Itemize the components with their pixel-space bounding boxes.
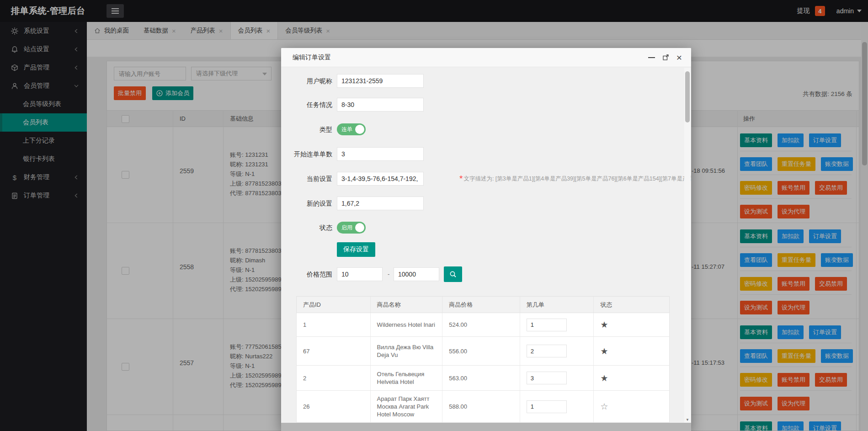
product-name: Арарат Парк Хаятт Москва Ararat Park Hot… [377,395,442,418]
product-price-cell: 556.00 [442,337,520,365]
start-count-input[interactable] [337,147,424,161]
save-settings-button[interactable]: 保存设置 [337,242,375,257]
product-row: 26Арарат Парк Хаятт Москва Ararat Park H… [296,391,670,423]
product-id-cell: 26 [297,391,371,422]
status-cell: ★ [594,366,669,390]
product-price-cell: 563.00 [442,366,520,390]
star-filled-icon[interactable]: ★ [600,321,608,329]
current-setting-label: 当前设置 [281,172,332,186]
type-toggle-label: 连单 [341,123,352,135]
order-number-cell [520,366,594,390]
type-label: 类型 [281,123,332,135]
edit-order-modal: 编辑订单设置 × 用户昵称 任务情况 类型 连单 开始连单单数 当前设置 * 文… [281,48,691,431]
product-row: 1Wilderness Hotel Inari524.00★ [296,313,670,337]
star-empty-icon[interactable]: ☆ [600,403,608,410]
modal-header: 编辑订单设置 × [281,48,691,67]
minimize-icon[interactable] [648,57,655,58]
col-product-price: 商品价格 [442,297,520,313]
product-row: 67Вилла Дежа Вю Villa Deja Vu556.00★ [296,337,670,366]
task-label: 任务情况 [281,98,332,112]
order-number-input[interactable] [527,319,567,331]
product-name: Вилла Дежа Вю Villa Deja Vu [377,343,442,359]
product-price-cell: 524.00 [442,313,520,336]
maximize-icon[interactable] [662,54,669,61]
price-max-input[interactable] [394,267,439,281]
modal-scrollbar[interactable]: ▼ [684,68,691,423]
price-min-input[interactable] [337,267,383,281]
status-label: 状态 [281,222,332,234]
price-range-label: 价格范围 [281,267,332,281]
product-price-cell: 588.00 [442,391,520,422]
product-name-cell: Арарат Парк Хаятт Москва Ararat Park Hot… [371,391,443,422]
nickname-label: 用户昵称 [281,74,332,88]
star-filled-icon[interactable]: ★ [600,347,608,355]
modal-scrollbar-thumb[interactable] [685,71,690,122]
order-number-cell [520,391,594,422]
product-name-cell: Wilderness Hotel Inari [371,313,443,336]
modal-title: 编辑订单设置 [293,48,331,67]
app-root: 排单系统-管理后台 提现 4 admin 系统设置站点设置产品管理会员管理会员等… [0,0,868,431]
product-table-header: 产品ID 商品名称 商品价格 第几单 状态 [296,296,670,313]
order-number-input[interactable] [527,372,567,384]
type-toggle[interactable]: 连单 [337,123,366,135]
product-id-cell: 2 [297,366,371,390]
product-id-cell: 67 [297,337,371,365]
product-name: Отель Гельвеция Helvetia Hotel [377,370,442,386]
nickname-input[interactable] [337,74,424,88]
product-name-cell: Отель Гельвеция Helvetia Hotel [371,366,443,390]
order-number-input[interactable] [527,400,567,413]
price-search-button[interactable] [444,266,462,282]
product-table: 产品ID 商品名称 商品价格 第几单 状态 1Wilderness Hotel … [296,296,670,423]
note-text: 文字描述为: [第3单是产品1][第4单是产品39][第5单是产品76][第6单… [463,175,691,183]
col-status: 状态 [594,297,669,313]
order-number-cell [520,313,594,336]
start-count-label: 开始连单单数 [281,147,332,161]
new-setting-label: 新的设置 [281,197,332,210]
new-setting-input[interactable] [337,197,424,210]
order-number-cell [520,337,594,365]
product-name: Wilderness Hotel Inari [377,321,440,329]
star-filled-icon[interactable]: ★ [600,374,608,382]
search-icon [449,271,457,278]
required-star: * [459,174,463,184]
status-toggle[interactable]: 启用 [337,222,366,234]
current-setting-input[interactable] [337,172,424,186]
status-cell: ☆ [594,391,669,422]
status-toggle-label: 启用 [341,222,352,234]
product-name-cell: Вилла Дежа Вю Villa Deja Vu [371,337,443,365]
col-product-name: 商品名称 [371,297,443,313]
col-product-id: 产品ID [297,297,371,313]
modal-bottom-scroll-track [281,423,691,431]
modal-controls: × [648,48,682,67]
task-input[interactable] [337,98,424,112]
status-toggle-knob [355,223,364,232]
price-range-dash: - [388,267,389,281]
col-order-number: 第几单 [520,297,594,313]
product-id-cell: 1 [297,313,371,336]
status-cell: ★ [594,337,669,365]
status-cell: ★ [594,313,669,336]
order-number-input[interactable] [527,345,567,357]
type-toggle-knob [355,125,364,134]
scroll-down-arrow[interactable]: ▼ [684,416,691,423]
product-row: 2Отель Гельвеция Helvetia Hotel563.00★ [296,366,670,391]
current-setting-note: * 文字描述为: [第3单是产品1][第4单是产品39][第5单是产品76][第… [459,172,691,186]
close-icon[interactable]: × [676,53,682,62]
